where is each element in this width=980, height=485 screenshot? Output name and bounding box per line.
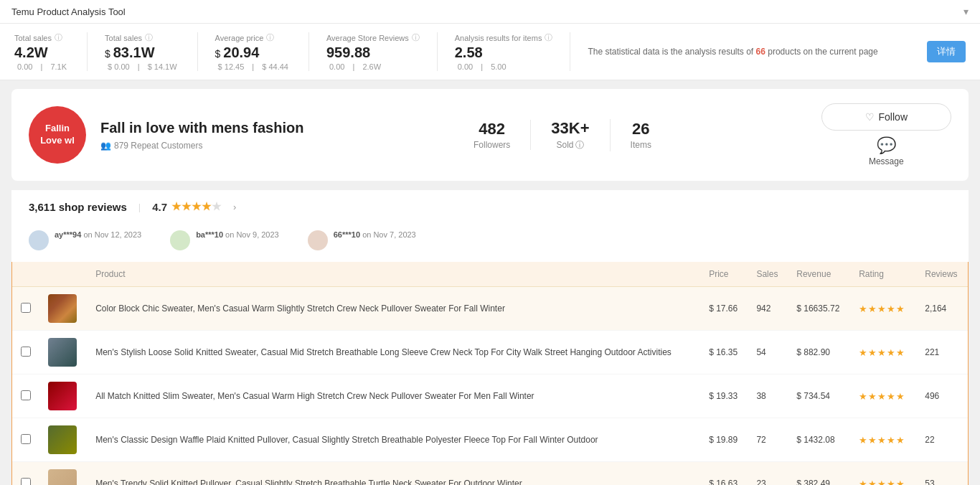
col-checkbox [12, 262, 39, 287]
product-thumbnail-4 [48, 469, 77, 485]
col-rating: Rating [850, 262, 916, 287]
row-sales-1: 54 [748, 331, 788, 375]
message-action[interactable]: 💬 Message [869, 136, 904, 166]
row-checkbox-2[interactable] [12, 375, 39, 418]
checkbox-input-1[interactable] [21, 347, 31, 357]
stat-avg-price: Average price ⓘ $ 20.94 $ 12.45 | $ 44.4… [198, 32, 309, 71]
reviewer-avatar-1 [29, 230, 49, 250]
heart-icon: ♡ [865, 111, 875, 123]
reviews-divider: | [138, 202, 141, 212]
products-section: Product Price Sales Revenue Rating Revie… [11, 262, 969, 485]
stats-bar: Total sales ⓘ 4.2W 0.00 | 7.1K Total sal… [0, 24, 980, 80]
reviewer-avatar-2 [170, 230, 190, 250]
rating-stars-1: ★★★★★ [859, 347, 905, 358]
reviewer-info-3: 66***10 on Nov 7, 2023 [334, 230, 416, 239]
product-name-2: All Match Knitted Slim Sweater, Men's Ca… [95, 391, 534, 401]
row-revenue-2: $ 734.54 [788, 375, 850, 418]
row-thumb-3 [39, 418, 87, 462]
col-reviews: Reviews [916, 262, 968, 287]
row-revenue-0: $ 16635.72 [788, 287, 850, 331]
products-table: Product Price Sales Revenue Rating Revie… [12, 262, 968, 485]
row-revenue-4: $ 382.49 [788, 462, 850, 486]
row-name-4: Men's Trendy Solid Knitted Pullover, Cas… [87, 462, 700, 486]
store-customers: 👥 879 Repeat Customers [100, 141, 303, 151]
sold-label: Sold ⓘ [556, 139, 584, 151]
row-checkbox-3[interactable] [12, 418, 39, 462]
row-revenue-3: $ 1432.08 [788, 418, 850, 462]
row-price-3: $ 19.89 [700, 418, 748, 462]
product-name-0: Color Block Chic Sweater, Men's Casual W… [95, 303, 505, 314]
stat-total-money-sub: $ 0.00 | $ 14.1W [105, 62, 180, 71]
product-name-1: Men's Stylish Loose Solid Knitted Sweate… [95, 347, 672, 357]
row-sales-2: 38 [748, 375, 788, 418]
store-stat-sold: 33K+ Sold ⓘ [531, 119, 610, 151]
row-checkbox-1[interactable] [12, 331, 39, 375]
rating-stars-0: ★★★★★ [859, 303, 905, 314]
detail-button[interactable]: 详情 [927, 41, 966, 62]
product-thumbnail-0 [48, 294, 77, 323]
logo-line2: Love wl [40, 135, 75, 147]
items-label: Items [631, 140, 651, 150]
store-info: Fall in love with mens fashion 👥 879 Rep… [100, 120, 303, 151]
stat-avg-reviews-value: 959.88 [326, 44, 420, 61]
store-stats: 482 Followers 33K+ Sold ⓘ 26 Items [453, 119, 672, 151]
follow-button[interactable]: ♡ Follow [821, 103, 951, 131]
customers-label: 879 Repeat Customers [114, 141, 202, 151]
stat-total-sales-sub: 0.00 | 7.1K [14, 62, 70, 71]
checkbox-input-2[interactable] [21, 390, 31, 400]
info-icon-reviews: ⓘ [412, 32, 420, 43]
customers-icon: 👥 [100, 141, 111, 151]
store-header: Fallin Love wl Fall in love with mens fa… [29, 103, 951, 166]
table-row: Color Block Chic Sweater, Men's Casual W… [12, 287, 968, 331]
col-thumb [39, 262, 87, 287]
store-stat-items: 26 Items [611, 120, 672, 150]
reviews-arrow[interactable]: › [233, 202, 236, 212]
stat-analysis-value: 2.58 [455, 44, 553, 61]
row-rating-4: ★★★★★ [850, 462, 916, 486]
row-thumb-0 [39, 287, 87, 331]
stat-total-money-value: $ 83.1W [105, 44, 180, 61]
row-rating-0: ★★★★★ [850, 287, 916, 331]
stat-avg-reviews-sub: 0.00 | 2.6W [326, 62, 420, 71]
checkbox-input-4[interactable] [21, 478, 31, 486]
message-icon: 💬 [877, 136, 896, 155]
reviewer-date-2: on Nov 9, 2023 [225, 230, 279, 239]
product-thumbnail-1 [48, 338, 77, 367]
row-price-0: $ 17.66 [700, 287, 748, 331]
store-section: Fallin Love wl Fall in love with mens fa… [11, 89, 969, 181]
checkbox-input-3[interactable] [21, 434, 31, 444]
row-thumb-2 [39, 375, 87, 418]
info-icon-price: ⓘ [266, 32, 274, 43]
stat-analysis: Analysis results for items ⓘ 2.58 0.00 |… [438, 32, 571, 71]
reviewer-date-1: on Nov 12, 2023 [83, 230, 141, 239]
row-rating-2: ★★★★★ [850, 375, 916, 418]
reviewer-name-3: 66***10 [334, 230, 360, 239]
info-icon-money: ⓘ [145, 32, 153, 43]
stat-total-sales: Total sales ⓘ 4.2W 0.00 | 7.1K [14, 32, 88, 71]
stat-analysis-sub: 0.00 | 5.00 [455, 62, 553, 71]
row-checkbox-0[interactable] [12, 287, 39, 331]
rating-stars: ★★★★★ [171, 200, 222, 213]
checkbox-input-0[interactable] [21, 303, 31, 313]
stat-total-money-label: Total sales ⓘ [105, 32, 180, 43]
table-row: All Match Knitted Slim Sweater, Men's Ca… [12, 375, 968, 418]
row-reviews-2: 496 [916, 375, 968, 418]
row-sales-4: 23 [748, 462, 788, 486]
col-product: Product [87, 262, 700, 287]
store-stat-followers: 482 Followers [453, 120, 531, 150]
table-row: Men's Classic Design Waffle Plaid Knitte… [12, 418, 968, 462]
rating-stars-3: ★★★★★ [859, 435, 905, 446]
col-price: Price [700, 262, 748, 287]
sold-info-icon: ⓘ [575, 139, 584, 151]
reviewer-1: ay***94 on Nov 12, 2023 [29, 230, 141, 250]
expand-icon[interactable]: ▾ [963, 6, 969, 17]
info-icon-sales: ⓘ [55, 32, 62, 43]
row-checkbox-4[interactable] [12, 462, 39, 486]
top-bar: Temu Product Analysis Tool ▾ [0, 0, 980, 24]
rating-stars-2: ★★★★★ [859, 391, 905, 402]
row-revenue-1: $ 882.90 [788, 331, 850, 375]
reviewer-name-1: ay***94 [55, 230, 81, 239]
followers-label: Followers [473, 140, 510, 150]
row-reviews-0: 2,164 [916, 287, 968, 331]
stat-total-sales-label: Total sales ⓘ [14, 32, 70, 43]
